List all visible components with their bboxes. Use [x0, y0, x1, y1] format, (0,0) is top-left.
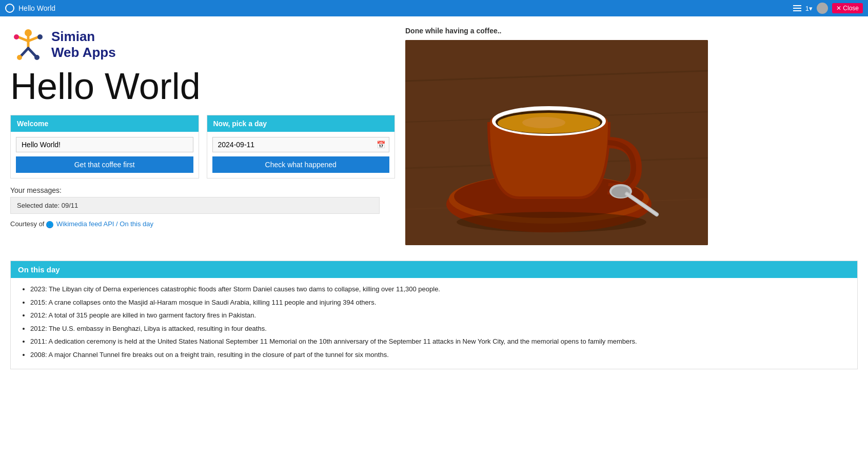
on-this-day-body: 2023: The Libyan city of Derna experienc… [11, 278, 857, 369]
date-input[interactable] [212, 137, 390, 152]
svg-point-28 [522, 117, 565, 128]
list-item: 2023: The Libyan city of Derna experienc… [30, 284, 847, 294]
date-card-body: 📅 Check what happened [207, 132, 395, 178]
avatar[interactable] [817, 3, 828, 14]
svg-line-3 [28, 37, 38, 41]
logo-svg [10, 27, 46, 63]
get-coffee-button[interactable]: Get that coffee first [16, 156, 193, 173]
svg-line-4 [21, 48, 28, 56]
right-panel: Done while having a coffee.. [405, 27, 858, 245]
on-this-day-header: On this day [11, 261, 857, 278]
title-bar: Hello World 1▾ ✕ Close [0, 0, 868, 16]
list-item: 2011: A dedication ceremony is held at t… [30, 336, 847, 347]
left-panel: Simian Web Apps Hello World Welcome Get … [10, 27, 395, 245]
svg-point-9 [34, 55, 40, 60]
list-item: 2012: The U.S. embassy in Benghazi, Liby… [30, 324, 847, 334]
coffee-image [405, 40, 708, 245]
events-list: 2023: The Libyan city of Derna experienc… [21, 284, 847, 360]
svg-line-5 [28, 48, 36, 56]
date-card-header: Now, pick a day [207, 115, 395, 132]
wikimedia-link[interactable]: Wikimedia feed API / On this day [56, 220, 153, 228]
date-input-wrap: 📅 [212, 137, 390, 152]
main-content: Simian Web Apps Hello World Welcome Get … [0, 16, 868, 380]
menu-icon[interactable] [793, 5, 801, 11]
close-button[interactable]: ✕ Close [832, 3, 863, 13]
calendar-icon: 📅 [377, 141, 385, 149]
messages-section: Your messages: Selected date: 09/11 [10, 186, 395, 214]
welcome-card-body: Get that coffee first [11, 132, 199, 178]
page-heading: Hello World [10, 68, 395, 105]
svg-line-2 [18, 37, 28, 41]
welcome-card-header: Welcome [11, 115, 199, 132]
messages-label: Your messages: [10, 186, 395, 194]
cards-row: Welcome Get that coffee first Now, pick … [10, 115, 395, 178]
date-card: Now, pick a day 📅 Check what happened [207, 115, 396, 178]
wikimedia-globe-icon: 🌐 [46, 221, 53, 228]
logo-line1: Simian [51, 29, 116, 45]
title-bar-left: Hello World [5, 4, 55, 13]
title-bar-right: 1▾ ✕ Close [793, 3, 863, 14]
on-this-day-section: On this day 2023: The Libyan city of Der… [10, 261, 858, 369]
courtesy: Courtesy of 🌐 Wikimedia feed API / On th… [10, 220, 395, 228]
logo-text: Simian Web Apps [51, 29, 116, 61]
list-item: 2012: A total of 315 people are killed i… [30, 310, 847, 321]
coffee-tagline: Done while having a coffee.. [405, 27, 501, 35]
top-section: Simian Web Apps Hello World Welcome Get … [10, 27, 858, 245]
welcome-card: Welcome Get that coffee first [10, 115, 199, 178]
svg-point-7 [37, 34, 43, 39]
svg-point-33 [457, 212, 646, 232]
logo-line2: Web Apps [51, 45, 116, 61]
selected-date-box: Selected date: 09/11 [10, 197, 380, 214]
title-bar-title: Hello World [18, 4, 55, 12]
user-count-icon: 1▾ [805, 5, 813, 12]
list-item: 2008: A major Channel Tunnel fire breaks… [30, 350, 847, 360]
coffee-svg [405, 40, 708, 245]
svg-point-8 [17, 55, 22, 60]
logo-icon [10, 27, 46, 63]
logo: Simian Web Apps [10, 27, 395, 63]
svg-point-6 [14, 34, 19, 39]
app-globe-icon [5, 4, 14, 13]
courtesy-text: Courtesy of [10, 220, 46, 228]
list-item: 2015: A crane collapses onto the Masjid … [30, 297, 847, 308]
welcome-input[interactable] [16, 137, 193, 152]
check-happened-button[interactable]: Check what happened [212, 156, 390, 173]
